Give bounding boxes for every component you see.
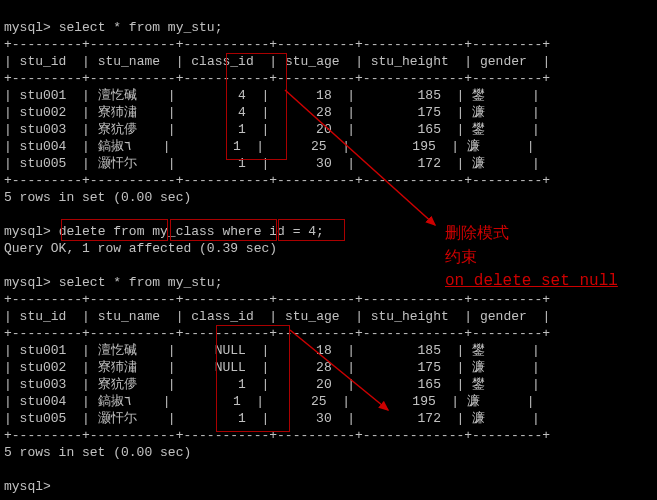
cell: 鎬掓٦ (98, 394, 132, 409)
cell: stu001 (20, 343, 67, 358)
cell: 鐢 (472, 88, 485, 103)
col-stu-name: stu_name (98, 54, 160, 69)
result-1: 5 rows in set (0.00 sec) (4, 190, 191, 205)
col-gender: gender (480, 309, 527, 324)
cell-null: NULL (215, 360, 246, 375)
cell: 1 (238, 377, 246, 392)
cell: stu003 (20, 377, 67, 392)
cell: 寮犻潚 (98, 105, 137, 120)
cell: stu003 (20, 122, 67, 137)
cell: 4 (238, 88, 246, 103)
cell: 20 (316, 377, 332, 392)
cell: stu002 (20, 360, 67, 375)
cell: 172 (418, 411, 441, 426)
table-sep: +---------+-----------+-----------+-----… (4, 37, 550, 52)
cell: 濂 (472, 156, 485, 171)
cell: stu004 (20, 394, 67, 409)
table-sep: +---------+-----------+-----------+-----… (4, 173, 550, 188)
cell: 172 (418, 156, 441, 171)
cell: 1 (238, 156, 246, 171)
prompt: mysql> (4, 275, 51, 290)
col-stu-id: stu_id (20, 54, 67, 69)
annotation-constraint: 约束 (445, 247, 477, 267)
col-stu-height: stu_height (371, 54, 449, 69)
cell: 灏忓尓 (98, 411, 137, 426)
cell: 30 (316, 411, 332, 426)
cell: 195 (412, 394, 435, 409)
cell: 濂 (467, 139, 480, 154)
query-1: select * from my_stu; (59, 20, 223, 35)
annotation-on-delete-set-null: on_delete_set_null (445, 271, 618, 291)
cell: 4 (238, 105, 246, 120)
cell: 18 (316, 88, 332, 103)
cell: 寮犺儚 (98, 122, 137, 137)
cell: 175 (418, 360, 441, 375)
cell: stu004 (20, 139, 67, 154)
table-sep: +---------+-----------+-----------+-----… (4, 326, 550, 341)
col-stu-age: stu_age (285, 309, 340, 324)
result-2: Query OK, 1 row affected (0.39 sec) (4, 241, 277, 256)
cell: 165 (418, 377, 441, 392)
col-stu-name: stu_name (98, 309, 160, 324)
cell: 1 (238, 411, 246, 426)
prompt: mysql> (4, 224, 51, 239)
prompt: mysql> (4, 20, 51, 35)
col-gender: gender (480, 54, 527, 69)
cell: 澶忔碱 (98, 343, 137, 358)
cell: 1 (238, 122, 246, 137)
cell: 濂 (467, 394, 480, 409)
cell: 18 (316, 343, 332, 358)
cell: 鐢 (472, 343, 485, 358)
cell: 澶忔碱 (98, 88, 137, 103)
table-sep: +---------+-----------+-----------+-----… (4, 428, 550, 443)
table-sep: +---------+-----------+-----------+-----… (4, 292, 550, 307)
cell: 195 (412, 139, 435, 154)
cell: 鐢 (472, 377, 485, 392)
col-stu-id: stu_id (20, 309, 67, 324)
cell: 濂 (472, 360, 485, 375)
cell: 1 (233, 394, 241, 409)
prompt: mysql> (4, 479, 51, 494)
cell: 灏忓尓 (98, 156, 137, 171)
cell: 25 (311, 394, 327, 409)
cell: 28 (316, 360, 332, 375)
col-class-id: class_id (191, 54, 253, 69)
cell: stu005 (20, 411, 67, 426)
annotation-delete-mode: 删除模式 (445, 223, 509, 243)
cell: 20 (316, 122, 332, 137)
table-sep: +---------+-----------+-----------+-----… (4, 71, 550, 86)
cell: 寮犻潚 (98, 360, 137, 375)
cell: 1 (233, 139, 241, 154)
cell: 鎬掓٦ (98, 139, 132, 154)
cell: 175 (418, 105, 441, 120)
cell: stu005 (20, 156, 67, 171)
cell: stu002 (20, 105, 67, 120)
cell: 25 (311, 139, 327, 154)
cell: 寮犺儚 (98, 377, 137, 392)
cell: 濂 (472, 105, 485, 120)
cell: 185 (418, 88, 441, 103)
cell: 185 (418, 343, 441, 358)
result-3: 5 rows in set (0.00 sec) (4, 445, 191, 460)
col-stu-age: stu_age (285, 54, 340, 69)
cell: stu001 (20, 88, 67, 103)
cell: 28 (316, 105, 332, 120)
cell-null: NULL (215, 343, 246, 358)
cell: 30 (316, 156, 332, 171)
cell: 165 (418, 122, 441, 137)
query-2: delete from my_class where id = 4; (59, 224, 324, 239)
col-class-id: class_id (191, 309, 253, 324)
col-stu-height: stu_height (371, 309, 449, 324)
terminal-output: mysql> select * from my_stu; +---------+… (0, 0, 657, 497)
cell: 濂 (472, 411, 485, 426)
cell: 鐢 (472, 122, 485, 137)
query-3: select * from my_stu; (59, 275, 223, 290)
